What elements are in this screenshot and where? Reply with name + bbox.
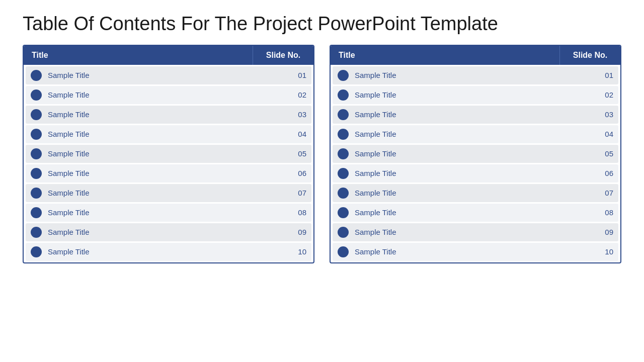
row-number: 05 [588, 149, 613, 158]
row-title: Sample Title [355, 71, 588, 79]
row-title: Sample Title [355, 208, 588, 217]
row-number: 05 [281, 149, 306, 158]
row-title: Sample Title [48, 110, 281, 119]
row-dot [31, 227, 42, 238]
row-title: Sample Title [48, 71, 281, 79]
page-title: Table Of Contents For The Project PowerP… [23, 13, 621, 36]
row-dot [338, 227, 349, 238]
row-title: Sample Title [48, 247, 281, 256]
table-row: Sample Title 04 [26, 125, 311, 143]
row-dot [31, 188, 42, 199]
row-title: Sample Title [48, 130, 281, 138]
row-title: Sample Title [355, 247, 588, 256]
row-dot [338, 188, 349, 199]
table-row: Sample Title 09 [333, 223, 618, 241]
row-dot [338, 109, 349, 120]
row-number: 01 [588, 71, 613, 79]
row-dot [31, 70, 42, 81]
row-title: Sample Title [355, 110, 588, 119]
row-number: 10 [588, 247, 613, 256]
table-row: Sample Title 05 [26, 145, 311, 163]
row-number: 04 [281, 130, 306, 138]
table-row: Sample Title 01 [333, 66, 618, 84]
row-number: 04 [588, 130, 613, 138]
table-row: Sample Title 03 [26, 106, 311, 124]
table-row: Sample Title 01 [26, 66, 311, 84]
table-row: Sample Title 08 [333, 204, 618, 222]
row-dot [338, 246, 349, 257]
table-row: Sample Title 04 [333, 125, 618, 143]
row-title: Sample Title [355, 228, 588, 236]
table-row: Sample Title 03 [333, 106, 618, 124]
left-table: Title Slide No. Sample Title 01 Sample T… [23, 45, 314, 263]
row-dot [31, 89, 42, 101]
left-table-header: Title Slide No. [24, 46, 313, 65]
row-number: 02 [281, 90, 306, 99]
row-number: 03 [588, 110, 613, 119]
row-title: Sample Title [48, 228, 281, 236]
row-dot [338, 129, 349, 140]
row-number: 03 [281, 110, 306, 119]
table-row: Sample Title 07 [333, 184, 618, 202]
row-number: 07 [281, 189, 306, 197]
row-title: Sample Title [355, 130, 588, 138]
row-number: 08 [588, 208, 613, 217]
row-dot [31, 246, 42, 257]
right-title-header: Title [331, 46, 560, 65]
row-dot [338, 148, 349, 159]
table-row: Sample Title 06 [333, 164, 618, 183]
row-title: Sample Title [48, 189, 281, 197]
table-row: Sample Title 07 [26, 184, 311, 202]
row-dot [31, 129, 42, 140]
row-dot [31, 207, 42, 218]
table-row: Sample Title 02 [26, 86, 311, 104]
row-number: 09 [588, 228, 613, 236]
table-row: Sample Title 05 [333, 145, 618, 163]
row-dot [338, 168, 349, 179]
row-dot [31, 148, 42, 159]
right-table-header: Title Slide No. [331, 46, 620, 65]
row-dot [31, 168, 42, 179]
row-title: Sample Title [355, 169, 588, 177]
tables-wrapper: Title Slide No. Sample Title 01 Sample T… [23, 45, 621, 263]
table-row: Sample Title 08 [26, 204, 311, 222]
row-number: 02 [588, 90, 613, 99]
table-row: Sample Title 10 [26, 243, 311, 261]
left-table-body: Sample Title 01 Sample Title 02 Sample T… [24, 66, 313, 261]
left-slide-header: Slide No. [253, 46, 313, 65]
row-title: Sample Title [48, 90, 281, 99]
row-dot [338, 207, 349, 218]
table-row: Sample Title 10 [333, 243, 618, 261]
row-title: Sample Title [355, 189, 588, 197]
row-title: Sample Title [48, 208, 281, 217]
row-number: 06 [588, 169, 613, 177]
row-title: Sample Title [48, 169, 281, 177]
table-row: Sample Title 09 [26, 223, 311, 241]
row-dot [31, 109, 42, 120]
row-dot [338, 70, 349, 81]
table-row: Sample Title 02 [333, 86, 618, 104]
row-number: 06 [281, 169, 306, 177]
row-title: Sample Title [355, 90, 588, 99]
table-row: Sample Title 06 [26, 164, 311, 183]
row-title: Sample Title [48, 149, 281, 158]
row-title: Sample Title [355, 149, 588, 158]
left-title-header: Title [24, 46, 253, 65]
right-slide-header: Slide No. [560, 46, 620, 65]
right-table-body: Sample Title 01 Sample Title 02 Sample T… [331, 66, 620, 261]
row-number: 01 [281, 71, 306, 79]
row-number: 08 [281, 208, 306, 217]
row-number: 10 [281, 247, 306, 256]
page-container: Table Of Contents For The Project PowerP… [0, 0, 644, 274]
row-dot [338, 89, 349, 101]
right-table: Title Slide No. Sample Title 01 Sample T… [330, 45, 621, 263]
row-number: 09 [281, 228, 306, 236]
row-number: 07 [588, 189, 613, 197]
